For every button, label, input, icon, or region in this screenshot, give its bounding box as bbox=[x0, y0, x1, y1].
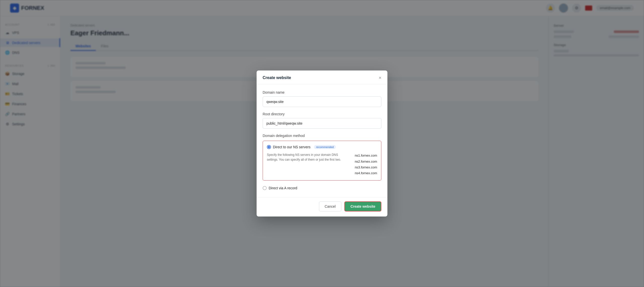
delegation-ns-radio-row: Direct to our NS servers recommended bbox=[267, 145, 377, 149]
cancel-button[interactable]: Cancel bbox=[319, 201, 342, 211]
recommended-badge: recommended bbox=[314, 145, 336, 149]
ns-info: Specify the following NS servers in your… bbox=[267, 153, 377, 176]
modal-header: Create website × bbox=[257, 70, 387, 84]
close-button[interactable]: × bbox=[379, 76, 381, 80]
domain-name-label: Domain name bbox=[263, 90, 381, 94]
modal-footer: Cancel Create website bbox=[257, 197, 387, 217]
ns3: ns3.fornex.com bbox=[355, 164, 377, 170]
ns4: ns4.fornex.com bbox=[355, 170, 377, 176]
create-website-modal: Create website × Domain name Root direct… bbox=[257, 70, 387, 217]
ns1: ns1.fornex.com bbox=[355, 153, 377, 158]
delegation-option-a[interactable]: Direct via A record bbox=[263, 183, 381, 191]
a-record-radio-button[interactable] bbox=[263, 186, 267, 190]
ns-servers-list: ns1.fornex.com ns2.fornex.com ns3.fornex… bbox=[355, 153, 377, 176]
ns-option-label: Direct to our NS servers bbox=[273, 145, 310, 149]
ns-radio-button[interactable] bbox=[267, 145, 271, 149]
delegation-method-label: Domain delegation method bbox=[263, 134, 381, 138]
ns-description: Specify the following NS servers in your… bbox=[267, 153, 347, 176]
a-record-option-label: Direct via A record bbox=[269, 186, 297, 190]
root-directory-input[interactable] bbox=[263, 118, 381, 129]
modal-title: Create website bbox=[263, 76, 291, 80]
domain-name-input[interactable] bbox=[263, 96, 381, 107]
modal-body: Domain name Root directory Domain delega… bbox=[257, 84, 387, 197]
ns2: ns2.fornex.com bbox=[355, 159, 377, 164]
create-website-button[interactable]: Create website bbox=[344, 201, 381, 211]
modal-overlay: Create website × Domain name Root direct… bbox=[0, 0, 644, 287]
root-directory-label: Root directory bbox=[263, 112, 381, 116]
delegation-option-ns[interactable]: Direct to our NS servers recommended Spe… bbox=[263, 141, 381, 181]
